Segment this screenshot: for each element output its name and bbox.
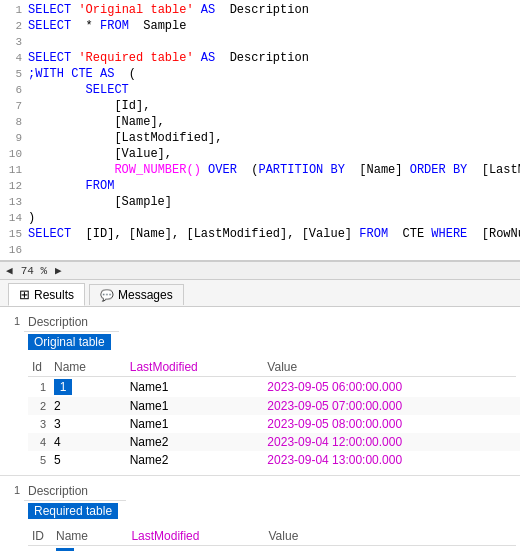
desc-row-container: 1DescriptionRequired table [0,480,520,521]
cell-id: 3 [52,546,127,552]
line-number: 12 [0,178,28,194]
messages-icon: 💬 [100,289,114,302]
description-col-header: Description [24,482,126,501]
row-number: 4 [28,433,50,451]
tabs-bar: ⊞ Results 💬 Messages [0,280,520,307]
cell-name: Name1 [126,397,264,415]
line-number: 13 [0,194,28,210]
code-line-12: 12 FROM [0,178,520,194]
zoom-arrow-left[interactable]: ◀ [6,264,13,277]
code-line-2: 2SELECT * FROM Sample [0,18,520,34]
table-row: 11Name12023-09-05 06:00:00.0001 [28,377,520,398]
table-row: 44Name22023-09-04 12:00:00.0008 [28,433,520,451]
line-number: 6 [0,82,28,98]
line-content: [Id], [28,98,520,114]
row-number: 1 [28,377,50,398]
col-header-name: Name [52,527,127,546]
code-line-5: 5;WITH CTE AS ( [0,66,520,82]
line-number: 9 [0,130,28,146]
line-content: SELECT 'Original table' AS Description [28,2,520,18]
row-number: 1 [28,546,52,552]
desc-row-container: 1DescriptionOriginal table [0,311,520,352]
data-table-section2: IDNameLastModifiedValue13Name12023-09-05… [28,527,520,551]
cell-name: Name1 [126,415,264,433]
cell-last-modified: 2023-09-05 08:00:00.000 [263,415,515,433]
cell-last-modified: 2023-09-04 13:00:00.000 [263,451,515,469]
cell-last-modified: 2023-09-05 07:00:00.000 [263,397,515,415]
line-number: 8 [0,114,28,130]
line-number: 16 [0,242,28,258]
col-header-id: ID [28,527,52,546]
id-highlight: 1 [54,379,72,395]
zoom-level: 74 % [21,265,47,277]
line-content: SELECT [ID], [Name], [LastModified], [Va… [28,226,520,242]
tab-messages[interactable]: 💬 Messages [89,284,184,305]
cell-name: Name2 [126,433,264,451]
description-value: Original table [24,332,119,353]
code-line-3: 3 [0,34,520,50]
cell-value: 2 [516,397,520,415]
zoom-bar: ◀ 74 % ▶ [0,261,520,280]
table-row: 55Name22023-09-04 13:00:00.0009 [28,451,520,469]
code-line-8: 8 [Name], [0,114,520,130]
line-number: 2 [0,18,28,34]
zoom-arrow-right[interactable]: ▶ [55,264,62,277]
desc-header-table: DescriptionRequired table [24,482,126,521]
cell-last-modified: 2023-09-05 08:00:00.000 [265,546,516,552]
line-number: 11 [0,162,28,178]
cell-value: 8 [516,433,520,451]
code-line-7: 7 [Id], [0,98,520,114]
result-section-section1: 1DescriptionOriginal tableIdNameLastModi… [0,307,520,476]
code-line-11: 11 ROW_NUMBER() OVER (PARTITION BY [Name… [0,162,520,178]
code-line-16: 16 [0,242,520,258]
cell-name: Name2 [126,451,264,469]
table-row: 22Name12023-09-05 07:00:00.0002 [28,397,520,415]
result-section-section2: 1DescriptionRequired tableIDNameLastModi… [0,476,520,551]
col-header-lastmodified: LastModified [126,358,264,377]
table-row: 33Name12023-09-05 08:00:00.0003 [28,415,520,433]
data-table-section1: IdNameLastModifiedValue11Name12023-09-05… [28,358,520,469]
tab-messages-label: Messages [118,288,173,302]
description-badge: Original table [28,334,111,350]
line-number: 7 [0,98,28,114]
row-number: 2 [28,397,50,415]
code-line-9: 9 [LastModified], [0,130,520,146]
cell-value: 3 [516,546,520,552]
code-line-15: 15SELECT [ID], [Name], [LastModified], [… [0,226,520,242]
description-col-header: Description [24,313,119,332]
line-content: FROM [28,178,520,194]
code-line-6: 6 SELECT [0,82,520,98]
desc-row-num: 1 [0,311,24,327]
subtable-container: IdNameLastModifiedValue11Name12023-09-05… [0,358,520,469]
tab-results[interactable]: ⊞ Results [8,283,85,306]
line-content: SELECT [28,82,520,98]
line-number: 14 [0,210,28,226]
tab-results-label: Results [34,288,74,302]
line-content: SELECT 'Required table' AS Description [28,50,520,66]
cell-value: 1 [516,377,520,398]
line-content: ROW_NUMBER() OVER (PARTITION BY [Name] O… [28,162,520,178]
cell-id: 4 [50,433,126,451]
col-header-lastmodified: LastModified [127,527,264,546]
cell-id: 3 [50,415,126,433]
code-line-4: 4SELECT 'Required table' AS Description [0,50,520,66]
description-value: Required table [24,501,126,522]
cell-last-modified: 2023-09-05 06:00:00.000 [263,377,515,398]
line-content: ;WITH CTE AS ( [28,66,520,82]
table-row: 13Name12023-09-05 08:00:00.0003 [28,546,520,552]
line-number: 4 [0,50,28,66]
code-editor: 1SELECT 'Original table' AS Description2… [0,0,520,261]
cell-last-modified: 2023-09-04 12:00:00.000 [263,433,515,451]
line-number: 5 [0,66,28,82]
cell-id: 1 [50,377,126,398]
line-number: 15 [0,226,28,242]
results-area: 1DescriptionOriginal tableIdNameLastModi… [0,307,520,551]
code-line-1: 1SELECT 'Original table' AS Description [0,2,520,18]
line-number: 3 [0,34,28,50]
line-number: 10 [0,146,28,162]
line-content: [Value], [28,146,520,162]
line-content: SELECT * FROM Sample [28,18,520,34]
code-line-10: 10 [Value], [0,146,520,162]
line-content: [LastModified], [28,130,520,146]
line-number: 1 [0,2,28,18]
